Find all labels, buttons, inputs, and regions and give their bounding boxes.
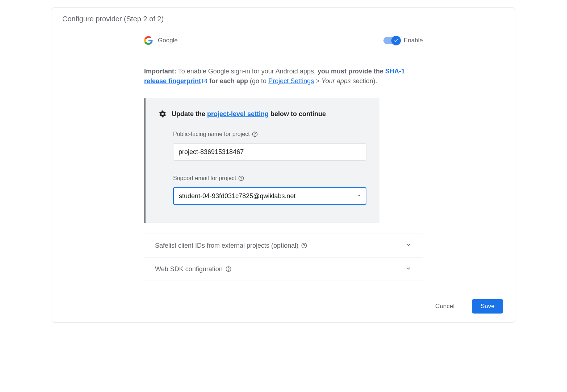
important-notice: Important: To enable Google sign-in for … xyxy=(144,67,423,87)
chevron-down-icon xyxy=(405,265,412,273)
important-label: Important: xyxy=(144,68,176,75)
panel-heading: Update the project-level setting below t… xyxy=(159,110,366,118)
save-button[interactable]: Save xyxy=(472,299,503,314)
safelist-title: Safelist client IDs from external projec… xyxy=(155,242,307,250)
expandable-sections: Safelist client IDs from external projec… xyxy=(144,234,423,281)
support-email-select[interactable]: student-04-93fd031c7825@qwiklabs.net xyxy=(173,187,366,205)
chevron-down-icon xyxy=(405,241,412,250)
safelist-section[interactable]: Safelist client IDs from external projec… xyxy=(144,234,423,257)
public-name-field: Public-facing name for project xyxy=(173,131,366,161)
configure-provider-card: Configure provider (Step 2 of 2) Google … xyxy=(52,7,515,323)
enable-toggle[interactable] xyxy=(383,37,400,44)
card-content: Google Enable Important: To enable Googl… xyxy=(52,27,515,281)
help-icon[interactable] xyxy=(252,131,258,137)
support-email-select-wrap: student-04-93fd031c7825@qwiklabs.net xyxy=(173,187,366,205)
project-level-setting-link[interactable]: project-level setting xyxy=(207,110,269,118)
cancel-button[interactable]: Cancel xyxy=(427,299,463,314)
enable-toggle-wrap: Enable xyxy=(383,37,423,44)
card-title: Configure provider (Step 2 of 2) xyxy=(52,8,515,27)
provider-name: Google xyxy=(158,37,178,44)
toggle-thumb xyxy=(391,36,401,45)
dialog-actions: Cancel Save xyxy=(52,295,515,314)
project-settings-panel: Update the project-level setting below t… xyxy=(144,98,379,223)
websdk-title: Web SDK configuration xyxy=(155,265,231,273)
public-name-label: Public-facing name for project xyxy=(173,131,366,137)
project-settings-link[interactable]: Project Settings xyxy=(268,77,314,85)
support-email-field: Support email for project student-04-93f… xyxy=(173,175,366,205)
websdk-section[interactable]: Web SDK configuration xyxy=(144,257,423,281)
help-icon[interactable] xyxy=(301,243,307,248)
gear-icon xyxy=(159,110,167,118)
support-email-label: Support email for project xyxy=(173,175,366,182)
enable-toggle-label: Enable xyxy=(404,37,423,44)
external-link-icon xyxy=(202,77,207,87)
provider-identity: Google xyxy=(144,36,178,45)
help-icon[interactable] xyxy=(226,266,231,272)
provider-row: Google Enable xyxy=(144,36,423,45)
help-icon[interactable] xyxy=(238,175,244,181)
check-icon xyxy=(394,38,399,43)
public-name-input[interactable] xyxy=(173,143,366,161)
google-logo-icon xyxy=(144,36,153,45)
